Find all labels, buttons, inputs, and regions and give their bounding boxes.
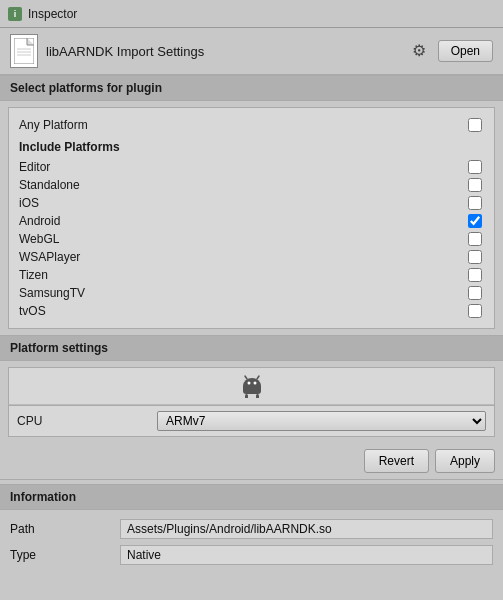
platform-label: iOS <box>19 196 39 210</box>
title-bar-label: Inspector <box>28 7 77 21</box>
type-label: Type <box>10 548 120 562</box>
platform-checkbox-samsungtv[interactable] <box>468 286 482 300</box>
any-platform-row: Any Platform <box>19 116 484 134</box>
platform-checkbox-android[interactable] <box>468 214 482 228</box>
buttons-row: Revert Apply <box>0 443 503 479</box>
svg-point-6 <box>247 382 250 385</box>
apply-button[interactable]: Apply <box>435 449 495 473</box>
platform-checkbox-standalone[interactable] <box>468 178 482 192</box>
platform-checkbox-editor[interactable] <box>468 160 482 174</box>
platform-label: Standalone <box>19 178 80 192</box>
path-label: Path <box>10 522 120 536</box>
gear-button[interactable]: ⚙ <box>408 41 430 61</box>
platform-label: WSAPlayer <box>19 250 80 264</box>
svg-line-9 <box>257 376 259 379</box>
type-value: Native <box>120 545 493 565</box>
android-icon-row <box>9 368 494 405</box>
information-header: Information <box>0 484 503 510</box>
svg-line-8 <box>245 376 247 379</box>
platform-row: iOS <box>19 194 484 212</box>
platform-checkbox-wsaplayer[interactable] <box>468 250 482 264</box>
platform-checkbox-tvos[interactable] <box>468 304 482 318</box>
select-platforms-section: Select platforms for plugin Any Platform… <box>0 75 503 329</box>
platform-settings-header: Platform settings <box>0 335 503 361</box>
svg-rect-5 <box>243 384 261 394</box>
svg-point-7 <box>253 382 256 385</box>
open-button[interactable]: Open <box>438 40 493 62</box>
svg-rect-11 <box>256 394 259 398</box>
platform-row: Editor <box>19 158 484 176</box>
platform-list: EditorStandaloneiOSAndroidWebGLWSAPlayer… <box>19 158 484 320</box>
platform-label: tvOS <box>19 304 46 318</box>
cpu-row: CPU ARMv7x86FAT (ARMv7 + x86) <box>9 406 494 436</box>
platform-label: Tizen <box>19 268 48 282</box>
type-row: Type Native <box>10 542 493 568</box>
platform-checkbox-ios[interactable] <box>468 196 482 210</box>
platform-checkbox-webgl[interactable] <box>468 232 482 246</box>
any-platform-checkbox[interactable] <box>468 118 482 132</box>
android-platform-icon <box>241 374 263 398</box>
file-name: libAARNDK Import Settings <box>46 44 204 59</box>
file-header: libAARNDK Import Settings ⚙ Open <box>0 28 503 75</box>
platform-label: WebGL <box>19 232 59 246</box>
cpu-select[interactable]: ARMv7x86FAT (ARMv7 + x86) <box>157 411 486 431</box>
platform-row: Standalone <box>19 176 484 194</box>
platform-label: SamsungTV <box>19 286 85 300</box>
platform-label: Editor <box>19 160 50 174</box>
select-platforms-header: Select platforms for plugin <box>0 75 503 101</box>
include-platforms-row: Include Platforms <box>19 134 484 158</box>
platform-row: Android <box>19 212 484 230</box>
platform-settings-panel: CPU ARMv7x86FAT (ARMv7 + x86) <box>8 367 495 437</box>
platform-row: WebGL <box>19 230 484 248</box>
platform-row: Tizen <box>19 266 484 284</box>
platform-row: SamsungTV <box>19 284 484 302</box>
platform-label: Android <box>19 214 60 228</box>
path-value: Assets/Plugins/Android/libAARNDK.so <box>120 519 493 539</box>
title-bar: i Inspector <box>0 0 503 28</box>
inspector-icon: i <box>8 7 22 21</box>
file-info: libAARNDK Import Settings <box>10 34 204 68</box>
revert-button[interactable]: Revert <box>364 449 429 473</box>
any-platform-label: Any Platform <box>19 118 88 132</box>
information-panel: Information Path Assets/Plugins/Android/… <box>0 480 503 578</box>
cpu-label: CPU <box>17 414 157 428</box>
platform-settings-section: Platform settings CPU ARMv7x86FAT (ARMv7… <box>0 335 503 437</box>
platform-row: WSAPlayer <box>19 248 484 266</box>
path-row: Path Assets/Plugins/Android/libAARNDK.so <box>10 516 493 542</box>
platform-row: tvOS <box>19 302 484 320</box>
include-platforms-label: Include Platforms <box>19 140 120 154</box>
svg-rect-10 <box>245 394 248 398</box>
platform-checkbox-tizen[interactable] <box>468 268 482 282</box>
platforms-panel: Any Platform Include Platforms EditorSta… <box>8 107 495 329</box>
file-icon <box>10 34 38 68</box>
svg-rect-0 <box>14 38 34 64</box>
